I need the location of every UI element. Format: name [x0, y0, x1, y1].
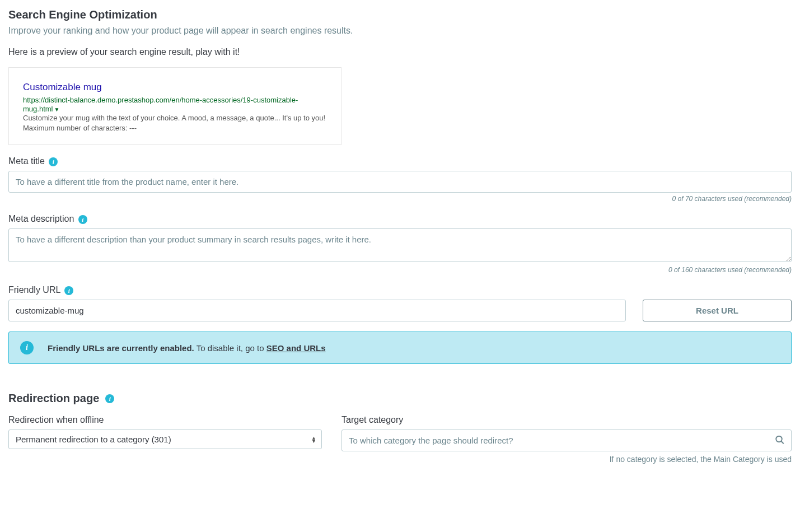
seo-subtitle: Improve your ranking and how your produc… — [8, 26, 792, 36]
meta-title-group: Meta title i 0 of 70 characters used (re… — [8, 156, 792, 203]
serp-preview-url: https://distinct-balance.demo.prestashop… — [23, 96, 298, 113]
serp-preview: Customizable mug https://distinct-balanc… — [8, 67, 341, 145]
redirection-type-select[interactable]: Permanent redirection to a category (301… — [8, 430, 322, 449]
target-category-group: Target category If no category is select… — [341, 415, 792, 464]
redirection-offline-label: Redirection when offline — [8, 415, 322, 425]
info-icon: i — [20, 341, 34, 354]
friendly-url-group: Friendly URL i Reset URL i Friendly URLs… — [8, 285, 792, 364]
alert-text: Friendly URLs are currently enabled. To … — [48, 343, 326, 353]
meta-description-group: Meta description i 0 of 160 characters u… — [8, 214, 792, 274]
serp-preview-title: Customizable mug — [23, 82, 327, 93]
meta-title-input[interactable] — [8, 171, 792, 193]
seo-section: Search Engine Optimization Improve your … — [8, 8, 792, 364]
info-icon[interactable]: i — [64, 286, 73, 295]
seo-heading: Search Engine Optimization — [8, 8, 792, 21]
target-category-label: Target category — [341, 415, 792, 425]
reset-url-button[interactable]: Reset URL — [643, 300, 792, 321]
meta-description-label: Meta description i — [8, 214, 792, 224]
meta-description-counter: 0 of 160 characters used (recommended) — [8, 266, 792, 274]
redirection-section: Redirection page i Redirection when offl… — [8, 392, 792, 464]
serp-preview-description: Customize your mug with the text of your… — [23, 113, 327, 133]
caret-down-icon: ▼ — [54, 106, 59, 113]
friendly-url-alert: i Friendly URLs are currently enabled. T… — [8, 332, 792, 364]
info-icon[interactable]: i — [49, 157, 58, 166]
target-category-input[interactable] — [341, 430, 792, 451]
friendly-url-label: Friendly URL i — [8, 285, 792, 295]
meta-title-label: Meta title i — [8, 156, 792, 166]
redirection-offline-group: Redirection when offline Permanent redir… — [8, 415, 322, 464]
info-icon[interactable]: i — [105, 394, 114, 403]
info-icon[interactable]: i — [78, 215, 87, 224]
friendly-url-input[interactable] — [8, 300, 626, 321]
seo-urls-link[interactable]: SEO and URLs — [266, 343, 326, 353]
meta-description-input[interactable] — [8, 228, 792, 262]
preview-intro: Here is a preview of your search engine … — [8, 47, 792, 57]
meta-title-counter: 0 of 70 characters used (recommended) — [8, 195, 792, 203]
serp-preview-url-row: https://distinct-balance.demo.prestashop… — [23, 95, 327, 113]
target-category-hint: If no category is selected, the Main Cat… — [341, 455, 792, 464]
redirection-heading: Redirection page — [8, 392, 99, 405]
